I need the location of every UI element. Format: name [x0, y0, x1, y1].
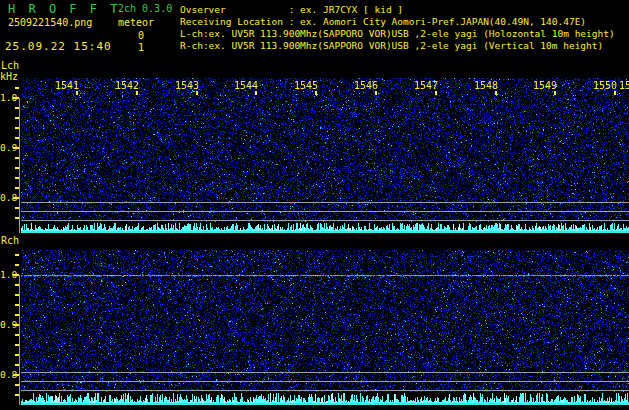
time-label-1547: 1547 [412, 81, 438, 91]
time-tick-1542 [136, 91, 138, 95]
meteor-count-lch: 0 [138, 31, 144, 41]
mode-label: meteor [118, 18, 154, 28]
lch-reference-line [21, 211, 629, 212]
rch-reference-line [21, 381, 629, 382]
time-label-1545: 1545 [292, 81, 318, 91]
lch-setup-line: L-ch:ex. UV5R 113.900Mhz(SAPPORO VOR)USB… [180, 28, 615, 40]
lch-freq-minor-tick [15, 87, 19, 89]
lch-reference-line [21, 202, 629, 203]
time-tick-1544 [255, 91, 257, 95]
rch-setup-line: R-ch:ex. UV5R 113.900Mhz(SAPPORO VOR)USB… [180, 40, 615, 52]
meteor-count-rch: 1 [138, 43, 144, 53]
time-tick-1550 [614, 91, 616, 95]
time-label-1546: 1546 [352, 81, 378, 91]
lch-panel-label: Lch [1, 61, 19, 71]
observer-line: Ovserver : ex. JR7CYX [ kid ] [180, 4, 615, 16]
time-label-partial: 1551 [619, 81, 629, 91]
app-version: 2ch 0.3.0 [118, 4, 172, 14]
time-label-1549: 1549 [531, 81, 557, 91]
hrofft-screen: H R O F F T 2ch 0.3.0 2509221540.png met… [0, 0, 629, 410]
app-title: H R O F F T [8, 3, 120, 16]
khz-unit-label: kHz [0, 72, 18, 82]
rch-freq-minor-tick [15, 264, 19, 266]
rch-spectrogram [21, 250, 629, 392]
time-label-1542: 1542 [113, 81, 139, 91]
lch-spectrogram [21, 78, 629, 222]
lch-reference-line [21, 220, 629, 221]
lch-amplitude-strip [21, 222, 629, 233]
time-tick-1545 [315, 91, 317, 95]
rch-axis-line [19, 275, 20, 405]
time-tick-1541 [76, 91, 78, 95]
rch-freq-minor-tick [15, 254, 19, 256]
time-label-1548: 1548 [472, 81, 498, 91]
time-tick-1549 [554, 91, 556, 95]
datetime-label: 25.09.22 15:40 [5, 41, 112, 52]
rch-amplitude-strip [21, 392, 629, 405]
time-label-1550: 1550 [591, 81, 617, 91]
rch-reference-line [21, 372, 629, 373]
rch-panel-label: Rch [1, 236, 19, 246]
time-tick-1546 [375, 91, 377, 95]
rch-reference-line [21, 390, 629, 391]
time-label-1541: 1541 [53, 81, 79, 91]
time-tick-1548 [495, 91, 497, 95]
time-label-1544: 1544 [232, 81, 258, 91]
time-tick-1547 [435, 91, 437, 95]
output-filename: 2509221540.png [8, 18, 92, 28]
lch-axis-line [19, 98, 20, 233]
station-info-block: Ovserver : ex. JR7CYX [ kid ] Receiving … [180, 4, 615, 52]
location-line: Receiving Location : ex. Aomori City Aom… [180, 16, 615, 28]
time-label-1543: 1543 [173, 81, 199, 91]
time-tick-1543 [196, 91, 198, 95]
